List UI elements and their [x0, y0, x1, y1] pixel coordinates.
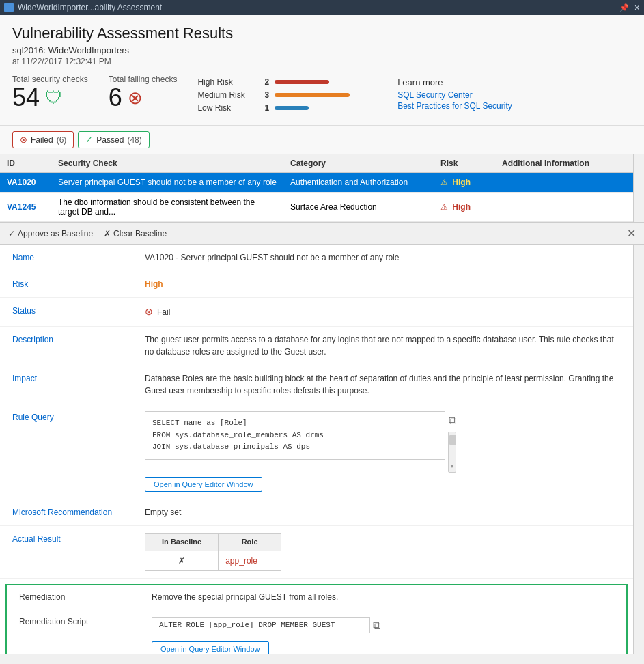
risk-bars: High Risk 2 Medium Risk 3 Low Risk 1 [197, 77, 350, 113]
remediation-row: Remediation Remove the special principal… [7, 585, 626, 610]
fail-circle-icon: ⊗ [128, 87, 143, 109]
query-line-2: FROM sys.database_role_members AS drms [152, 430, 438, 442]
total-checks-block: Total security checks 54 🛡 [12, 74, 88, 110]
table-scrollbar[interactable] [633, 154, 644, 222]
table-row[interactable]: VA1245 The dbo information should be con… [0, 193, 633, 222]
checkmark-icon: ✓ [8, 229, 15, 238]
passed-tab-icon: ✓ [85, 135, 93, 145]
row-additional [495, 173, 633, 193]
name-value: VA1020 - Server principal GUEST should n… [137, 245, 633, 271]
total-checks-label: Total security checks [12, 74, 88, 84]
rule-query-label: Rule Query [0, 404, 137, 499]
detail-risk-row: Risk High [0, 271, 633, 298]
row-id: VA1245 [0, 193, 51, 222]
detail-scrollbar[interactable] [633, 245, 644, 654]
status-text: Fail [157, 306, 170, 318]
failed-tab-label: Failed [31, 135, 53, 145]
actual-result-value: In Baseline Role ✗ app_role [137, 526, 633, 578]
medium-risk-count: 3 [264, 90, 269, 100]
high-risk-label: High Risk [197, 77, 259, 87]
detail-description-row: Description The guest user permits acces… [0, 327, 633, 365]
low-risk-count: 1 [264, 103, 269, 113]
tab-passed[interactable]: ✓ Passed (48) [78, 131, 149, 148]
row-category: Authentication and Authorization [283, 173, 434, 193]
copy-query-icon[interactable]: ⧉ [449, 413, 456, 429]
window-title: WideWorldImporter...ability Assessment [18, 3, 162, 12]
best-practices-link[interactable]: Best Practices for SQL Security [397, 101, 512, 111]
detail-impact-row: Impact Database Roles are the basic buil… [0, 365, 633, 404]
detail-content: Name VA1020 - Server principal GUEST sho… [0, 245, 644, 654]
low-risk-bar [275, 106, 309, 110]
scroll-down-arrow[interactable]: ▼ [449, 462, 456, 471]
app-icon [4, 3, 14, 12]
sql-security-center-link[interactable]: SQL Security Center [397, 90, 512, 100]
medium-risk-bar [275, 93, 350, 97]
row-risk: ⚠ High [434, 173, 495, 193]
fail-status-icon: ⊗ [145, 305, 153, 319]
title-bar: WideWorldImporter...ability Assessment 📌… [0, 0, 644, 15]
remediation-section: Remediation Remove the special principal… [5, 584, 628, 655]
results-table-wrapper: ID Security Check Category Risk Addition… [0, 154, 644, 222]
col-category: Category [283, 154, 434, 173]
risk-value: High [137, 271, 633, 297]
status-label: Status [0, 298, 137, 326]
role-col: Role [219, 534, 281, 551]
risk-label: Risk [0, 271, 137, 297]
description-value: The guest user permits access to a datab… [137, 327, 633, 365]
copy-script-icon[interactable]: ⧉ [373, 620, 380, 632]
db-subtitle: sql2016: WideWorldImporters [12, 45, 632, 55]
rule-query-value: SELECT name as [Role] FROM sys.database_… [137, 404, 633, 499]
query-scrollbar-thumb[interactable] [449, 435, 456, 445]
failing-checks-value: 6 [109, 85, 122, 110]
close-icon[interactable]: × [634, 2, 640, 13]
risk-icon: ⚠ [440, 202, 448, 212]
clear-baseline-button[interactable]: ✗ Clear Baseline [104, 229, 167, 238]
high-risk-bar [275, 80, 329, 84]
row-check: Server principal GUEST should not be a m… [51, 173, 283, 193]
col-risk: Risk [434, 154, 495, 173]
detail-status-row: Status ⊗ Fail [0, 298, 633, 327]
approve-baseline-button[interactable]: ✓ Approve as Baseline [8, 229, 93, 238]
ms-recommendation-label: Microsoft Recommendation [0, 499, 137, 525]
failed-tab-icon: ⊗ [20, 135, 27, 145]
failing-checks-label: Total failing checks [109, 74, 178, 84]
shield-icon: 🛡 [45, 87, 63, 109]
row-category: Surface Area Reduction [283, 193, 434, 222]
remediation-script-box: ALTER ROLE [app_role] DROP MEMBER GUEST [152, 617, 370, 633]
failed-tab-count: (6) [57, 135, 67, 145]
detail-actual-result-row: Actual Result In Baseline Role ✗ [0, 526, 633, 579]
timestamp: at 11/22/2017 12:32:41 PM [12, 57, 632, 66]
failing-checks-block: Total failing checks 6 ⊗ [109, 74, 178, 110]
page-title: Vulnerability Assessment Results [12, 25, 632, 42]
header-section: Vulnerability Assessment Results sql2016… [0, 15, 644, 126]
query-line-3: JOIN sys.database_principals AS dps [152, 441, 438, 454]
ms-recommendation-value: Empty set [137, 499, 633, 525]
remediation-script-label: Remediation Script [7, 610, 143, 655]
detail-close-button[interactable]: ✕ [627, 227, 636, 240]
table-row[interactable]: VA1020 Server principal GUEST should not… [0, 173, 633, 193]
query-box: SELECT name as [Role] FROM sys.database_… [145, 411, 445, 460]
detail-toolbar: ✓ Approve as Baseline ✗ Clear Baseline ✕ [0, 223, 644, 245]
pin-icon[interactable]: 📌 [619, 3, 629, 12]
query-line-1: SELECT name as [Role] [152, 417, 438, 430]
col-security-check: Security Check [51, 154, 283, 173]
open-query-editor-button[interactable]: Open in Query Editor Window [145, 477, 262, 492]
toolbar-actions: ✓ Approve as Baseline ✗ Clear Baseline [8, 229, 167, 238]
open-remediation-query-button[interactable]: Open in Query Editor Window [152, 641, 269, 655]
results-table: ID Security Check Category Risk Addition… [0, 154, 633, 222]
remediation-script-row: Remediation Script ALTER ROLE [app_role]… [7, 610, 626, 655]
detail-name-row: Name VA1020 - Server principal GUEST sho… [0, 245, 633, 271]
description-label: Description [0, 327, 137, 365]
passed-tab-count: (48) [127, 135, 141, 145]
row-id: VA1020 [0, 173, 51, 193]
tabs-row: ⊗ Failed (6) ✓ Passed (48) [0, 126, 644, 154]
tab-failed[interactable]: ⊗ Failed (6) [12, 131, 74, 148]
detail-rule-query-row: Rule Query SELECT name as [Role] FROM sy… [0, 404, 633, 499]
clear-baseline-label: Clear Baseline [113, 229, 167, 238]
actual-result-table: In Baseline Role ✗ app_role [145, 533, 281, 571]
detail-ms-recommendation-row: Microsoft Recommendation Empty set [0, 499, 633, 526]
impact-label: Impact [0, 365, 137, 404]
detail-panel: ✓ Approve as Baseline ✗ Clear Baseline ✕… [0, 222, 644, 654]
row-additional [495, 193, 633, 222]
row-risk: ⚠ High [434, 193, 495, 222]
